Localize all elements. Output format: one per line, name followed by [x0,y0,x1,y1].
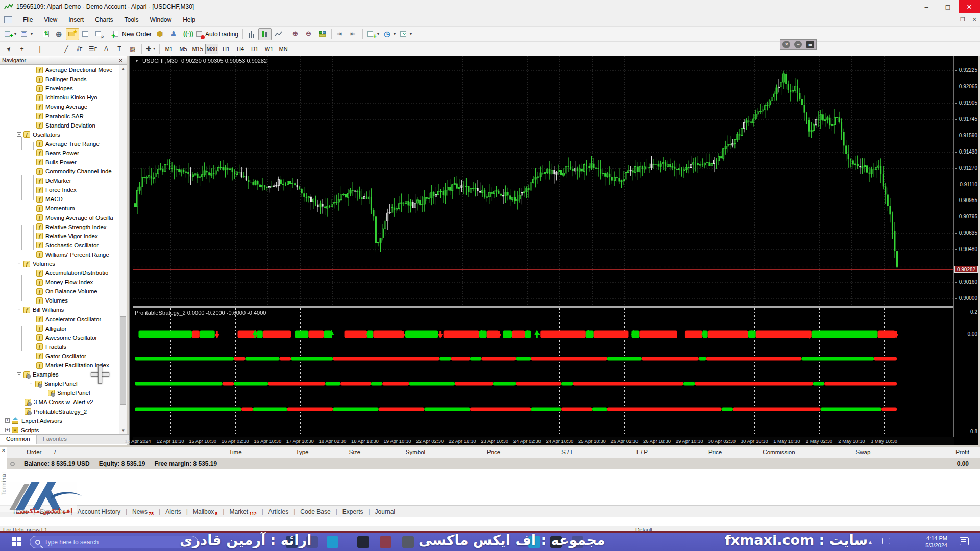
column-price[interactable]: Price [487,449,500,455]
expand-box-icon[interactable]: + [5,428,10,432]
dropdown-arrow-icon[interactable]: ▾ [31,32,33,36]
menu-window[interactable]: Window [144,14,178,26]
line-chart-button[interactable] [272,28,285,40]
navigator-tab-common[interactable]: Common [0,434,37,444]
shapes-tool[interactable]: ▨ [126,43,139,55]
terminal-tab-articles[interactable]: Articles [263,508,293,515]
tree-item-alligator[interactable]: fAlligator [0,324,119,333]
scroll-up-icon[interactable]: ▲ [119,65,127,73]
chart-close-icon[interactable]: ✕ [972,16,977,23]
tree-item-macd[interactable]: fMACD [0,194,119,204]
tree-item-oscillators[interactable]: −fOscillators [0,130,119,139]
dropdown-arrow-icon[interactable]: ▾ [14,32,16,36]
column-profit[interactable]: Profit [955,449,969,455]
tree-item-parabolic-sar[interactable]: fParabolic SAR [0,111,119,120]
action-center-icon[interactable] [960,537,969,545]
equidistant-channel-tool[interactable]: ⫽ᴇ [73,43,86,55]
tree-item-force-index[interactable]: fForce Index [0,185,119,194]
tree-item-commodity-channel-inde[interactable]: fCommodity Channel Inde [0,167,119,176]
timeframe-d1[interactable]: D1 [248,44,261,54]
new-chart-button[interactable]: +▾ [2,28,18,40]
taskbar-app-icon[interactable] [327,536,338,548]
column-commission[interactable]: Commission [763,449,795,455]
fibonacci-tool[interactable]: ☰ꜰ [86,43,100,55]
tree-item-volumes[interactable]: fVolumes [0,296,119,305]
column-swap[interactable]: Swap [856,449,871,455]
column-time[interactable]: Time [229,449,241,455]
dropdown-arrow-icon[interactable]: ▾ [377,32,379,36]
maximize-button[interactable]: ◻ [937,0,959,13]
profiles-button[interactable]: ▾ [18,28,35,40]
menu-view[interactable]: View [38,14,63,26]
timeframe-h4[interactable]: H4 [234,44,247,54]
scrollbar-thumb[interactable] [120,316,126,405]
horizontal-line-tool[interactable]: — [46,43,60,55]
tree-item-average-true-range[interactable]: fAverage True Range [0,139,119,148]
new-order-button[interactable]: +New Order [110,28,154,40]
tree-item-accelerator-oscillator[interactable]: fAccelerator Oscillator [0,315,119,324]
timeframe-m30[interactable]: M30 [205,44,218,54]
taskbar-app-icon[interactable] [357,536,369,548]
close-button[interactable]: ✕ [959,0,980,13]
autotrading-button[interactable]: AutoTrading [193,28,240,40]
tray-expand-icon[interactable]: ▲ [868,539,873,545]
minimize-button[interactable]: – [916,0,937,13]
bar-chart-button[interactable] [245,28,258,40]
timeframe-m1[interactable]: M1 [162,44,176,54]
chart-shift-button[interactable]: ⇤ [347,28,360,40]
text-tool[interactable]: A [100,43,113,55]
menu-insert[interactable]: Insert [63,14,89,26]
navigator-tab-favorites[interactable]: Favorites [37,435,74,444]
zoom-out-button[interactable]: ⊖ [303,28,316,40]
panel-list-icon[interactable]: ☰ [806,41,814,48]
cursor-tool[interactable]: ➤ [2,43,15,55]
tree-item-moving-average[interactable]: fMoving Average [0,102,119,111]
tree-item-fractals[interactable]: fFractals [0,342,119,352]
text-label-tool[interactable]: T [113,43,126,55]
timeframe-mn[interactable]: MN [277,44,290,54]
terminal-tab-alerts[interactable]: Alerts [160,508,186,515]
collapse-box-icon[interactable]: − [17,372,21,377]
price-chart-canvas[interactable] [133,56,954,437]
panel-minimize-icon[interactable]: – [794,41,802,48]
metaeditor-button[interactable]: ⬢ [154,28,167,40]
tree-item-stochastic-oscillator[interactable]: fStochastic Oscillator [0,241,119,250]
column-order[interactable]: Order [27,449,41,455]
tree-item-relative-strength-index[interactable]: fRelative Strength Index [0,222,119,232]
tree-item-money-flow-index[interactable]: fMoney Flow Index [0,278,119,287]
tree-item-on-balance-volume[interactable]: fOn Balance Volume [0,287,119,296]
windows-start-icon[interactable] [12,537,21,546]
tree-item-bollinger-bands[interactable]: fBollinger Bands [0,74,119,84]
timeframe-m15[interactable]: M15 [191,44,204,54]
terminal-close-icon[interactable]: ✕ [2,448,6,453]
expand-box-icon[interactable]: + [5,418,10,423]
collapse-box-icon[interactable]: − [17,262,21,266]
arrows-tool[interactable]: ✤▾ [144,43,157,55]
dropdown-arrow-icon[interactable]: ▾ [394,32,396,36]
column-price[interactable]: Price [708,449,722,455]
tree-item-ichimoku-kinko-hyo[interactable]: fIchimoku Kinko Hyo [0,93,119,102]
column-tp[interactable]: T / P [635,449,648,455]
tree-item-bears-power[interactable]: fBears Power [0,148,119,158]
tree-item-profitablestrategy-2[interactable]: fProfitableStrategy_2 [0,407,119,416]
column-type[interactable]: Type [296,449,309,455]
tree-item-moving-average-of-oscilla[interactable]: fMoving Average of Oscilla [0,213,119,222]
menu-help[interactable]: Help [177,14,201,26]
tree-item-bill-williams[interactable]: −fBill Williams [0,305,119,314]
dropdown-arrow-icon[interactable]: ▾ [153,46,155,51]
tree-item-awesome-oscillator[interactable]: fAwesome Oscillator [0,333,119,342]
signals-button[interactable]: ((·)) [180,28,193,40]
tree-item-momentum[interactable]: fMomentum [0,204,119,213]
terminal-tab-market[interactable]: Market112 [224,508,261,515]
vertical-line-tool[interactable]: | [33,43,46,55]
search-input[interactable] [44,539,172,546]
collapse-box-icon[interactable]: − [17,132,21,137]
tree-item-relative-vigor-index[interactable]: fRelative Vigor Index [0,232,119,241]
indicators-button[interactable]: +▾ [365,28,381,40]
strategy-tester-button[interactable]: ⌕ [92,28,106,40]
tree-item-demarker[interactable]: fDeMarker [0,176,119,185]
chart-restore-icon[interactable]: ❐ [960,16,965,23]
tree-item-gator-oscillator[interactable]: fGator Oscillator [0,352,119,361]
tree-item-expert-advisors[interactable]: +Expert Advisors [0,416,119,425]
dropdown-arrow-icon[interactable]: ▾ [410,32,412,36]
